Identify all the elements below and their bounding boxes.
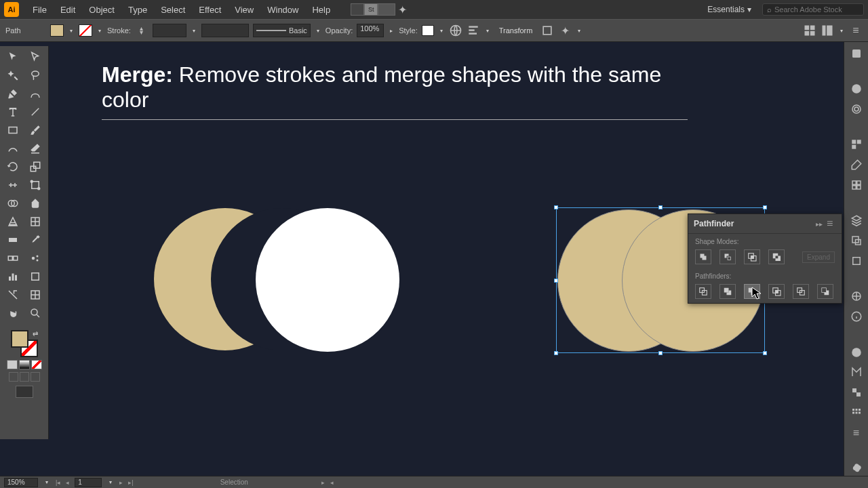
stroke-dropdown[interactable]: ▾ bbox=[96, 27, 103, 34]
transform-link[interactable]: Transform bbox=[499, 26, 533, 35]
line-tool[interactable] bbox=[25, 104, 45, 120]
mesh-tool[interactable] bbox=[25, 214, 45, 230]
hand-tool[interactable] bbox=[3, 305, 23, 321]
livepaint-tool[interactable] bbox=[25, 195, 45, 211]
unite-button[interactable] bbox=[695, 249, 711, 264]
stroke-swatch[interactable] bbox=[79, 24, 92, 37]
align-panel-icon[interactable] bbox=[848, 405, 865, 420]
menu-select[interactable]: Select bbox=[154, 5, 192, 15]
grid-view-icon[interactable] bbox=[803, 24, 816, 37]
stroke-panel-icon[interactable] bbox=[848, 289, 865, 304]
fill-dropdown[interactable]: ▾ bbox=[68, 27, 75, 34]
stock-icon[interactable]: St bbox=[364, 3, 378, 16]
minus-back-button[interactable] bbox=[817, 284, 833, 299]
selection-handle-se[interactable] bbox=[763, 351, 767, 355]
selection-handle-w[interactable] bbox=[554, 279, 558, 283]
selection-handle-sw[interactable] bbox=[554, 351, 558, 355]
edit-similar-icon[interactable]: ✦ bbox=[558, 24, 572, 37]
web-icon[interactable] bbox=[449, 24, 462, 37]
artboards-panel-icon[interactable] bbox=[848, 253, 865, 268]
search-input[interactable] bbox=[774, 5, 859, 14]
draw-inside[interactable] bbox=[31, 372, 40, 382]
pathfinder-panel[interactable]: Pathfinder ▸▸ ≡ Shape Modes: Expand Path… bbox=[688, 214, 842, 304]
stroke-profile[interactable] bbox=[201, 24, 249, 37]
lasso-tool[interactable] bbox=[25, 67, 45, 83]
view-dropdown[interactable]: ▾ bbox=[838, 27, 845, 34]
prev-artboard-icon[interactable]: ◂ bbox=[66, 479, 69, 486]
rectangle-tool[interactable] bbox=[3, 122, 23, 138]
minus-front-button[interactable] bbox=[719, 249, 736, 264]
fill-color-box[interactable] bbox=[11, 330, 28, 348]
menu-edit[interactable]: Edit bbox=[54, 5, 82, 15]
align-icon[interactable] bbox=[467, 24, 480, 37]
list-icon[interactable]: ≡ bbox=[849, 24, 863, 37]
menu-object[interactable]: Object bbox=[82, 5, 121, 15]
pathfinder-header[interactable]: Pathfinder ▸▸ ≡ bbox=[688, 214, 842, 234]
menu-window[interactable]: Window bbox=[260, 5, 305, 15]
layers-panel-icon[interactable] bbox=[848, 214, 865, 228]
slice-tool[interactable] bbox=[3, 287, 23, 303]
bridge-icon[interactable] bbox=[351, 3, 364, 16]
white-circle-shape[interactable] bbox=[256, 208, 399, 352]
graphic-styles-panel-icon[interactable] bbox=[848, 365, 865, 380]
exclude-button[interactable] bbox=[768, 249, 785, 264]
column-graph-tool[interactable] bbox=[3, 268, 23, 285]
outline-button[interactable] bbox=[793, 284, 809, 299]
symbols-panel-icon[interactable] bbox=[848, 178, 865, 192]
zoom-level[interactable]: 150% bbox=[4, 478, 38, 487]
free-transform-tool[interactable] bbox=[25, 177, 45, 193]
fill-swatch[interactable] bbox=[50, 24, 64, 37]
style-swatch[interactable] bbox=[422, 25, 434, 36]
collapse-panel-icon[interactable]: ▸▸ bbox=[816, 220, 823, 228]
brush-dropdown[interactable]: ▾ bbox=[315, 27, 321, 34]
gpu-icon[interactable]: ✦ bbox=[395, 3, 409, 16]
stroke-weight-dropdown[interactable]: ▾ bbox=[191, 27, 197, 34]
selection-tool[interactable] bbox=[3, 49, 23, 65]
transparency-panel-icon[interactable] bbox=[848, 385, 865, 400]
artboard-tool[interactable] bbox=[25, 268, 45, 285]
zoom-dropdown[interactable]: ▾ bbox=[43, 479, 50, 486]
artboard-number[interactable]: 1 bbox=[75, 478, 102, 487]
eraser-tool[interactable] bbox=[25, 140, 45, 157]
trim-button[interactable] bbox=[719, 284, 736, 299]
asset-export-panel-icon[interactable] bbox=[848, 233, 865, 248]
fill-stroke-picker[interactable]: ⇄ bbox=[11, 330, 38, 357]
appearance-panel-icon[interactable] bbox=[848, 345, 865, 360]
crop-button[interactable] bbox=[768, 284, 785, 299]
type-tool[interactable] bbox=[3, 104, 23, 120]
draw-behind[interactable] bbox=[20, 372, 29, 382]
opacity-input[interactable]: 100% bbox=[357, 24, 384, 37]
workspace-switcher[interactable]: Essentials ▾ bbox=[702, 3, 757, 16]
rotate-tool[interactable] bbox=[3, 159, 23, 175]
stock-search[interactable]: ⌕ bbox=[762, 3, 864, 16]
first-artboard-icon[interactable]: |◂ bbox=[56, 479, 60, 486]
panel-view-icon[interactable] bbox=[821, 24, 834, 37]
stroke-weight-input[interactable] bbox=[153, 24, 186, 37]
expand-button[interactable]: Expand bbox=[802, 251, 835, 263]
status-play-icon[interactable]: ▸ bbox=[321, 479, 325, 486]
similar-dropdown[interactable]: ▾ bbox=[576, 27, 583, 34]
isolate-icon[interactable] bbox=[540, 24, 554, 37]
symbol-tool[interactable] bbox=[25, 250, 45, 266]
blend-tool[interactable] bbox=[3, 250, 23, 266]
menu-effect[interactable]: Effect bbox=[192, 5, 228, 15]
last-artboard-icon[interactable]: ▸| bbox=[128, 479, 133, 486]
shaper-tool[interactable] bbox=[3, 140, 23, 157]
zoom-tool[interactable] bbox=[25, 305, 45, 321]
arrange-icon[interactable] bbox=[378, 3, 395, 16]
guide-tool[interactable] bbox=[25, 287, 45, 303]
brush-definition[interactable]: Basic bbox=[253, 24, 311, 37]
screen-mode[interactable] bbox=[16, 386, 33, 398]
info-panel-icon[interactable] bbox=[848, 309, 865, 324]
selection-handle-ne[interactable] bbox=[763, 205, 767, 209]
pen-tool[interactable] bbox=[3, 85, 23, 102]
stroke-weight-stepper[interactable]: ▴▾ bbox=[135, 24, 149, 37]
divide-button[interactable] bbox=[695, 284, 711, 299]
next-artboard-icon[interactable]: ▸ bbox=[119, 479, 123, 486]
color-mode-solid[interactable] bbox=[7, 360, 18, 369]
status-scroll-icon[interactable]: ◂ bbox=[330, 479, 334, 486]
direct-selection-tool[interactable] bbox=[25, 49, 45, 65]
menu-file[interactable]: File bbox=[26, 5, 54, 15]
opacity-dropdown[interactable]: ▸ bbox=[388, 27, 395, 34]
swatches-panel-icon[interactable] bbox=[848, 138, 865, 152]
